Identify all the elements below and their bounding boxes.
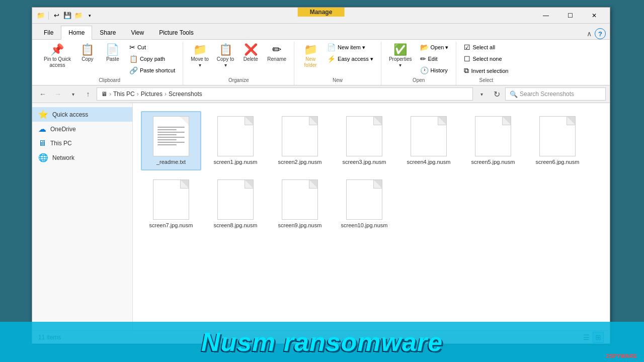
path-icon: 🖥 [101,90,107,98]
organize-group-content: 📁 Move to▾ 📋 Copy to▾ ❌ Delete ✏ Rename [187,42,290,76]
this-pc-icon: 🖥 [38,139,46,148]
manage-label[interactable]: Manage [298,8,345,17]
generic-file-icon [282,116,318,156]
file-item[interactable]: screen9.jpg.nusm [270,174,330,234]
open-button[interactable]: 📂 Open ▾ [417,42,452,53]
save-icon[interactable]: 💾 [63,11,72,20]
path-screenshots[interactable]: Screenshots [169,90,202,98]
file-item[interactable]: screen6.jpg.nusm [527,111,588,170]
organize-group: 📁 Move to▾ 📋 Copy to▾ ❌ Delete ✏ Rename … [183,42,294,85]
cut-button[interactable]: ✂ Cut [126,42,179,53]
rename-icon: ✏ [272,44,281,55]
search-box[interactable]: 🔍 Search Screenshots [505,87,606,101]
file-item[interactable]: screen4.jpg.nusm [398,111,459,170]
tab-file[interactable]: File [36,25,61,39]
file-icon-container [217,179,254,220]
file-item[interactable]: screen10.jpg.nusm [334,174,394,234]
move-icon: 📁 [193,44,207,55]
banner: Nusm ransomware [0,322,644,362]
copy-path-button[interactable]: 📋 Copy path [126,53,179,64]
delete-icon: ❌ [244,44,258,55]
open-label: Open [385,76,452,85]
maximize-button[interactable]: ☐ [558,8,582,23]
select-all-button[interactable]: ☑ Select all [460,42,512,53]
file-name: screen9.jpg.nusm [278,222,322,229]
copy-to-button[interactable]: 📋 Copy to▾ [213,42,237,71]
file-icon-container [282,116,318,156]
tab-view[interactable]: View [123,25,151,39]
search-placeholder: Search Screenshots [520,90,574,98]
help-button[interactable]: ? [595,28,606,39]
pin-to-quick-access-button[interactable]: 📌 Pin to Quickaccess [40,42,74,71]
spyware-logo: 2SPYWARE [606,353,637,359]
delete-button[interactable]: ❌ Delete [238,42,263,65]
file-icon-container [539,116,576,156]
generic-file-icon [539,116,576,156]
sidebar-item-this-pc[interactable]: 🖥 This PC [32,136,132,150]
file-item[interactable]: screen1.jpg.nusm [205,111,266,170]
copy-icon: 📋 [80,44,94,55]
properties-button[interactable]: ✅ Properties▾ [385,42,416,71]
forward-button[interactable]: → [51,87,64,101]
new-label: New [298,76,377,85]
easy-access-button[interactable]: ⚡ Easy access ▾ [324,53,377,64]
copy-path-icon: 📋 [129,55,138,63]
tab-picture-tools[interactable]: Picture Tools [151,25,201,39]
tab-share[interactable]: Share [92,25,123,39]
txt-file-icon [153,116,189,156]
banner-text: Nusm ransomware [201,327,443,357]
new-folder-button[interactable]: 📁 Newfolder [298,42,323,71]
file-item[interactable]: screen3.jpg.nusm [334,111,394,170]
folder-icon: 📁 [36,11,45,20]
rename-button[interactable]: ✏ Rename [264,42,290,65]
ribbon-tabs: File Home Share View Picture Tools ∧ ? [32,24,610,40]
move-to-button[interactable]: 📁 Move to▾ [187,42,212,71]
title-bar-icons: 📁 ↩ 💾 📁 ▾ [36,11,534,20]
path-this-pc[interactable]: This PC [113,90,135,98]
paste-button[interactable]: 📄 Paste [101,42,125,65]
sidebar-item-network[interactable]: 🌐 Network [32,150,132,165]
file-name: screen2.jpg.nusm [278,158,322,165]
files-grid: _readme.txt screen1.jpg.nusm screen2.jpg… [141,111,602,234]
folder-tb-icon[interactable]: 📁 [74,11,83,20]
paste-icon: 📄 [106,44,119,55]
select-none-button[interactable]: ☐ Select none [460,53,512,64]
path-pictures[interactable]: Pictures [141,90,163,98]
file-item[interactable]: _readme.txt [141,111,201,170]
file-icon-container [217,116,254,156]
refresh-button[interactable]: ↻ [490,87,503,101]
file-item[interactable]: screen2.jpg.nusm [270,111,330,170]
easy-access-icon: ⚡ [327,55,336,63]
sidebar-item-onedrive[interactable]: ☁ OneDrive [32,122,132,136]
edit-button[interactable]: ✏ Edit [417,53,452,64]
history-button[interactable]: 🕐 History [417,65,452,76]
address-dropdown-button[interactable]: ▾ [475,87,488,101]
copy-button[interactable]: 📋 Copy [75,42,100,65]
sidebar: ⭐ Quick access ☁ OneDrive 🖥 This PC 🌐 Ne… [32,103,133,330]
up-button[interactable]: ↑ [82,87,95,101]
sidebar-item-quick-access[interactable]: ⭐ Quick access [32,107,132,122]
ribbon-right-controls: ∧ ? [587,28,606,39]
undo-icon[interactable]: ↩ [52,11,61,20]
file-icon-container [153,116,189,156]
file-item[interactable]: screen8.jpg.nusm [205,174,266,234]
new-item-button[interactable]: 📄 New item ▾ [324,42,377,53]
file-item[interactable]: screen7.jpg.nusm [141,174,201,234]
back-button[interactable]: ← [36,87,49,101]
file-name: screen10.jpg.nusm [341,222,388,229]
minimize-button[interactable]: — [534,8,557,23]
quick-access-icon: ⭐ [38,110,48,119]
pin-icon: 📌 [50,44,64,55]
dropdown-arrow-icon[interactable]: ▾ [85,11,94,20]
tab-home[interactable]: Home [61,26,92,40]
ribbon-collapse-icon[interactable]: ∧ [587,30,592,38]
file-item[interactable]: screen5.jpg.nusm [463,111,523,170]
paste-shortcut-button[interactable]: 🔗 Paste shortcut [126,65,179,76]
clipboard-group: 📌 Pin to Quickaccess 📋 Copy 📄 Paste ✂ [36,42,183,85]
address-path[interactable]: 🖥 › This PC › Pictures › Screenshots [97,87,473,101]
recent-locations-button[interactable]: ▾ [66,87,79,101]
close-button[interactable]: ✕ [583,8,606,23]
network-icon: 🌐 [38,153,48,162]
file-name: screen1.jpg.nusm [214,158,258,165]
invert-selection-button[interactable]: ⧉ Invert selection [460,65,512,76]
